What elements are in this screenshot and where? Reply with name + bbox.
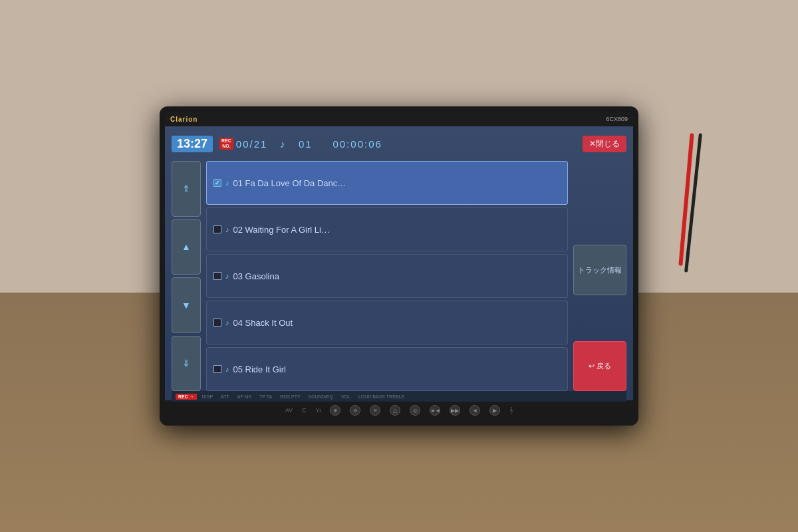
track-info-button[interactable]: トラック情報	[573, 245, 626, 295]
nav-up-button[interactable]: ▲	[172, 219, 201, 275]
bottom-label-att: ATT	[221, 394, 229, 399]
track-item[interactable]: ♪ 01 Fa Da Love Of Da Danc…	[206, 161, 568, 205]
screen-main: ⇑ ▲ ▼ ⇓ ♪ 01 Fa Da Love Of Da Danc…	[172, 161, 626, 391]
track-checkbox-3[interactable]	[213, 272, 221, 280]
bezel-btn-circle-2[interactable]: ⊖	[350, 405, 360, 416]
rec-indicator: REC →	[176, 394, 197, 400]
bottom-label-vol: VOL	[341, 394, 350, 399]
track-list: ♪ 01 Fa Da Love Of Da Danc… ♪ 02 Waiting…	[206, 161, 568, 391]
back-button[interactable]: ↩ 戻る	[573, 341, 626, 391]
track-count: 00/21	[236, 138, 268, 150]
bezel-btn-vol-down[interactable]: ◄◄	[430, 405, 440, 416]
bezel-btn-circle-3[interactable]: ✕	[370, 405, 380, 416]
music-note-header: ♪	[280, 138, 287, 150]
bottom-label-tpta: TP TA	[259, 394, 272, 399]
track-checkbox-2[interactable]	[213, 225, 221, 233]
track-item[interactable]: ♪ 03 Gasolina	[206, 254, 568, 298]
bottom-label-disp: DISP	[202, 394, 213, 399]
bezel-av[interactable]: AV	[285, 407, 293, 414]
track-item[interactable]: ♪ 04 Shack It Out	[206, 301, 568, 344]
bezel-btn-circle-1[interactable]: ⊕	[330, 405, 340, 416]
bezel-mute[interactable]: 𝄞	[509, 407, 513, 414]
bezel-btn-circle-5[interactable]: ◎	[410, 405, 420, 416]
track-info-header: 00/21 ♪ 01 00:00:06	[236, 138, 583, 150]
note-icon-4: ♪	[225, 319, 229, 327]
track-title-1: 01 Fa Da Love Of Da Danc…	[233, 178, 346, 188]
track-title-4: 04 Shack It Out	[233, 318, 293, 328]
note-icon-5: ♪	[225, 365, 229, 373]
note-icon-2: ♪	[225, 225, 229, 233]
model-label: 6CX809	[606, 116, 628, 122]
close-button[interactable]: ✕閉じる	[583, 136, 626, 152]
bottom-label-afms: AF MS	[237, 394, 251, 399]
brand-label: Clarion	[170, 116, 198, 123]
screen-header: 13:27 RECNO. 00/21 ♪ 01 00:00:06 ✕閉じる	[172, 132, 626, 156]
track-title-3: 03 Gasolina	[233, 271, 279, 281]
back-button-label: 戻る	[597, 361, 611, 371]
time-display: 13:27	[172, 136, 213, 152]
screen-status-bar: REC → DISP ATT AF MS TP TA RDS PTY SOUND…	[172, 391, 626, 402]
track-number-display: 01	[299, 138, 313, 150]
monitor-top-bar: Clarion 6CX809	[165, 112, 633, 126]
bezel-buttons-row: AV C Yi ⊕ ⊖ ✕ △ ◎ ◄◄ ▶▶ ◄ ▶ 𝄞	[165, 400, 633, 420]
monitor-bezel: Clarion 6CX809 13:27 RECNO. 00/21 ♪ 01	[165, 112, 633, 420]
elapsed-time: 00:00:06	[332, 138, 382, 150]
bezel-btn-circle-4[interactable]: △	[390, 405, 400, 416]
track-item[interactable]: ♪ 02 Waiting For A Girl Li…	[206, 207, 568, 251]
track-title-2: 02 Waiting For A Girl Li…	[233, 225, 330, 235]
nav-skip-up-button[interactable]: ⇑	[172, 161, 201, 217]
bottom-label-sound: SOUND/EQ	[309, 394, 333, 399]
bottom-label-loud: LOUD BASS TREBLE	[358, 394, 404, 399]
nav-down-button[interactable]: ▼	[172, 277, 201, 333]
bezel-yi[interactable]: Yi	[316, 407, 321, 414]
note-icon-3: ♪	[225, 272, 229, 280]
track-title-5: 05 Ride It Girl	[233, 364, 286, 374]
monitor-outer: Clarion 6CX809 13:27 RECNO. 00/21 ♪ 01	[160, 106, 638, 426]
bezel-btn-next[interactable]: ▶	[489, 405, 500, 416]
bottom-labels: DISP ATT AF MS TP TA RDS PTY SOUND/EQ VO…	[202, 394, 404, 399]
back-icon: ↩	[589, 362, 595, 370]
close-button-label: ✕閉じる	[589, 138, 620, 150]
right-buttons-panel: トラック情報 ↩ 戻る	[573, 161, 626, 391]
bezel-btn-vol-up[interactable]: ▶▶	[450, 405, 460, 416]
bezel-btn-prev[interactable]: ◄	[469, 405, 480, 416]
track-checkbox-4[interactable]	[213, 319, 221, 327]
rec-badge: RECNO.	[219, 138, 233, 150]
bezel-c[interactable]: C	[302, 407, 307, 414]
track-item[interactable]: ♪ 05 Ride It Girl	[206, 347, 568, 391]
track-checkbox-1[interactable]	[213, 179, 221, 187]
track-info-button-label: トラック情報	[578, 265, 622, 275]
note-icon-1: ♪	[225, 179, 229, 187]
nav-buttons-panel: ⇑ ▲ ▼ ⇓	[172, 161, 201, 391]
screen: 13:27 RECNO. 00/21 ♪ 01 00:00:06 ✕閉じる	[165, 126, 633, 400]
track-checkbox-5[interactable]	[213, 365, 221, 373]
bottom-label-rds: RDS PTY	[280, 394, 300, 399]
nav-skip-down-button[interactable]: ⇓	[172, 336, 201, 392]
